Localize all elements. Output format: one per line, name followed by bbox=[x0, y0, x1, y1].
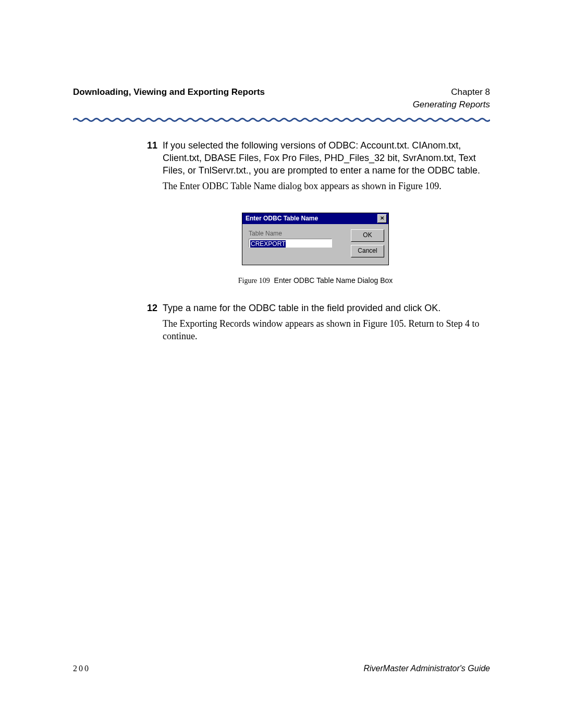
ok-button[interactable]: OK bbox=[351, 229, 384, 242]
page-number: 200 bbox=[73, 664, 90, 673]
step-text: Type a name for the ODBC table in the fi… bbox=[163, 302, 490, 314]
button-column: OK Cancel bbox=[351, 229, 384, 257]
input-value-selected: CREXPORT bbox=[250, 240, 286, 248]
step-result-text: The Enter ODBC Table Name dialog box app… bbox=[163, 180, 490, 192]
document-page: Downloading, Viewing and Exporting Repor… bbox=[0, 0, 563, 728]
content-area: 11 If you selected the following version… bbox=[73, 139, 490, 346]
figure-caption: Figure 109 Enter ODBC Table Name Dialog … bbox=[141, 276, 490, 286]
close-icon: ✕ bbox=[380, 216, 384, 221]
figure-number: Figure 109 bbox=[238, 277, 270, 285]
odbc-dialog: Enter ODBC Table Name ✕ Table Name CREXP… bbox=[242, 213, 389, 265]
step-text: If you selected the following versions o… bbox=[163, 139, 490, 177]
wavy-divider bbox=[73, 117, 490, 122]
close-button[interactable]: ✕ bbox=[377, 214, 387, 223]
field-area: Table Name CREXPORT bbox=[249, 229, 346, 257]
step-number: 11 bbox=[141, 139, 163, 196]
table-name-input[interactable]: CREXPORT bbox=[249, 239, 332, 248]
cancel-button[interactable]: Cancel bbox=[351, 245, 384, 257]
page-header: Downloading, Viewing and Exporting Repor… bbox=[73, 86, 490, 111]
table-name-label: Table Name bbox=[249, 229, 346, 238]
dialog-title: Enter ODBC Table Name bbox=[246, 214, 318, 223]
step-number: 12 bbox=[141, 302, 163, 346]
guide-title: RiverMaster Administrator's Guide bbox=[363, 664, 490, 673]
dialog-body: Table Name CREXPORT OK Cancel bbox=[242, 224, 388, 265]
dialog-figure: Enter ODBC Table Name ✕ Table Name CREXP… bbox=[141, 213, 490, 265]
step-result-text: The Exporting Records window appears as … bbox=[163, 317, 490, 343]
chapter-label: Chapter 8 bbox=[413, 86, 490, 98]
step-body: If you selected the following versions o… bbox=[163, 139, 490, 196]
step-12: 12 Type a name for the ODBC table in the… bbox=[141, 302, 490, 346]
step-body: Type a name for the ODBC table in the fi… bbox=[163, 302, 490, 346]
header-right: Chapter 8 Generating Reports bbox=[413, 86, 490, 111]
figure-caption-text: Enter ODBC Table Name Dialog Box bbox=[274, 276, 393, 285]
page-footer: 200 RiverMaster Administrator's Guide bbox=[73, 664, 490, 673]
dialog-titlebar: Enter ODBC Table Name ✕ bbox=[242, 213, 388, 224]
section-title: Downloading, Viewing and Exporting Repor… bbox=[73, 86, 265, 111]
step-11: 11 If you selected the following version… bbox=[141, 139, 490, 196]
chapter-subtitle: Generating Reports bbox=[413, 98, 490, 111]
